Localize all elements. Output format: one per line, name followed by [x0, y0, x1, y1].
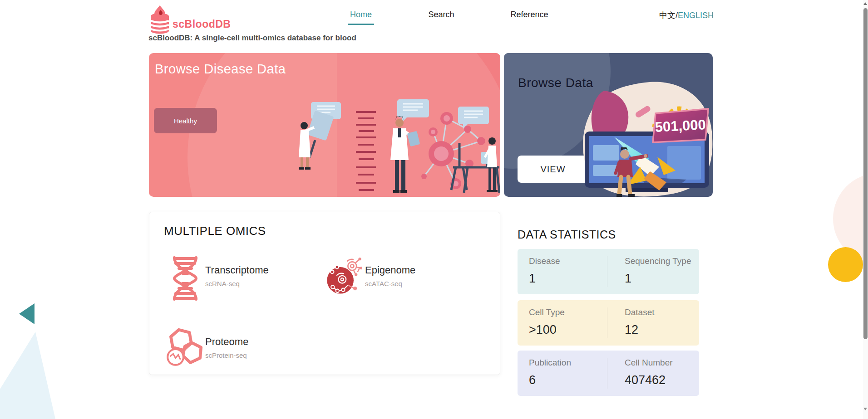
active-tab-underline — [348, 24, 374, 25]
brand-name: scBloodDB — [173, 18, 231, 30]
nav-item-home[interactable]: Home — [350, 10, 372, 19]
healthy-button[interactable]: Healthy — [154, 108, 217, 133]
browse-disease-data-card: Browse Disease Data Healthy — [149, 53, 500, 197]
stat-divider — [607, 256, 607, 287]
statistics-section-title: DATA STATISTICS — [518, 228, 616, 241]
dna-helix-icon[interactable] — [167, 256, 204, 301]
stat-value: 6 — [529, 373, 536, 387]
omics-item-transcriptome[interactable]: Transcriptome scRNA-seq — [205, 264, 269, 287]
stat-divider — [607, 358, 607, 389]
badge-number: 501,000 — [655, 117, 706, 135]
site-tagline: scBloodDB: A single-cell multi-omics dat… — [148, 34, 356, 43]
browse-data-card: Browse Data VIEW — [504, 53, 713, 197]
protein-hexagons-icon[interactable] — [164, 326, 204, 369]
rocket-launch-dashboard-illustration: 501,000 — [572, 78, 713, 197]
stat-label: Dataset — [625, 307, 654, 317]
scrollbar-up-arrow[interactable] — [863, 2, 867, 5]
carousel-prev-arrow[interactable] — [19, 303, 35, 324]
stat-card-publication-cellnumber: Publication 6 Cell Number 407462 — [518, 351, 699, 396]
stat-label: Cell Number — [625, 358, 673, 368]
stat-label: Cell Type — [529, 307, 565, 317]
stat-value: 407462 — [625, 373, 666, 387]
stat-value: 1 — [529, 272, 536, 286]
page: scBloodDB scBloodDB: A single-cell multi… — [0, 0, 868, 419]
corner-triangle-decoration — [0, 331, 59, 419]
language-switcher: 中文/ENGLISH — [659, 10, 714, 21]
omics-section-title: MULTIPLE OMICS — [164, 224, 266, 238]
multiple-omics-card: MULTIPLE OMICS Transcriptome scRNA-seq — [149, 212, 500, 375]
stat-label: Disease — [529, 256, 560, 266]
cell-network-icon[interactable] — [326, 258, 362, 297]
scrollbar-thumb[interactable] — [863, 8, 868, 339]
nav-item-reference[interactable]: Reference — [510, 10, 548, 19]
omics-name: Epigenome — [365, 264, 415, 276]
omics-item-epigenome[interactable]: Epigenome scATAC-seq — [365, 264, 415, 287]
side-circle-yellow-decoration — [828, 247, 863, 282]
nav-item-search[interactable]: Search — [428, 10, 454, 19]
scientists-research-illustration — [287, 99, 500, 197]
stat-label: Sequencing Type — [625, 256, 691, 266]
stat-value: 1 — [625, 272, 631, 286]
disease-card-title: Browse Disease Data — [155, 62, 286, 77]
stat-label: Publication — [529, 358, 571, 368]
stat-divider — [607, 307, 607, 338]
omics-method: scATAC-seq — [365, 280, 415, 287]
vertical-scrollbar[interactable] — [863, 0, 868, 419]
stat-value: 12 — [625, 323, 638, 337]
stat-value: >100 — [529, 323, 557, 337]
nav-item-search-label: Search — [428, 10, 454, 19]
blood-drop-database-icon — [148, 5, 171, 34]
language-english-link[interactable]: ENGLISH — [678, 11, 714, 20]
scrollbar-down-arrow[interactable] — [863, 408, 867, 410]
stat-card-celltype-dataset: Cell Type >100 Dataset 12 — [518, 300, 699, 346]
omics-name: Proteome — [205, 336, 248, 348]
language-chinese-link[interactable]: 中文 — [659, 11, 676, 20]
omics-method: scProtein-seq — [205, 351, 248, 359]
omics-method: scRNA-seq — [205, 280, 269, 287]
nav-item-reference-label: Reference — [510, 10, 548, 19]
stat-card-disease-sequencing: Disease 1 Sequencing Type 1 — [518, 249, 699, 294]
omics-name: Transcriptome — [205, 264, 269, 276]
nav-item-home-label: Home — [350, 10, 372, 19]
omics-item-proteome[interactable]: Proteome scProtein-seq — [205, 336, 248, 359]
